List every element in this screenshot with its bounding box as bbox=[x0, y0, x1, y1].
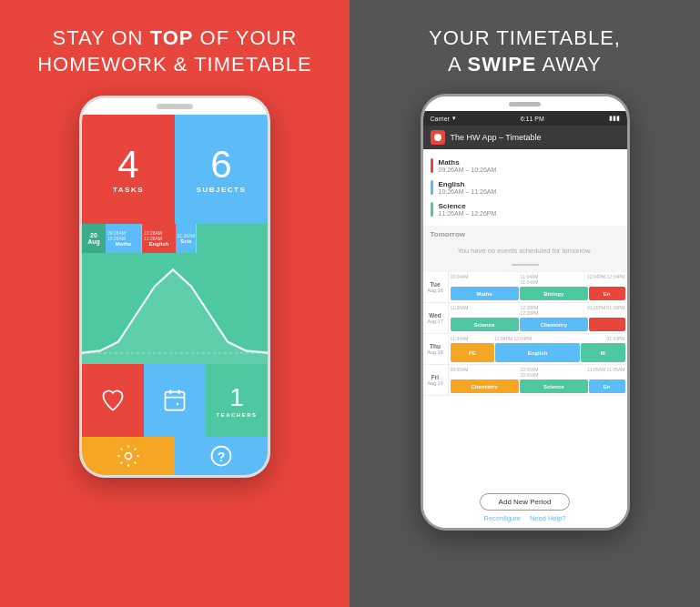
app-title: The HW App – Timetable bbox=[451, 133, 542, 142]
timetable-list: Maths 09:26AM – 10:26AM English 10:26AM … bbox=[423, 149, 627, 226]
tt-subject-english: English bbox=[439, 180, 620, 188]
tt-item-maths: Maths 09:26AM – 10:26AM bbox=[423, 155, 627, 177]
wifi-icon: ▾ bbox=[452, 115, 456, 122]
question-icon: ? bbox=[208, 443, 234, 469]
phone-screen-right: Carrier ▾ 6:11 PM ▮▮▮ The HW App – Timet… bbox=[423, 111, 627, 528]
class-biology-tue: Biology bbox=[520, 287, 588, 300]
svg-point-5 bbox=[126, 453, 132, 460]
week-slots-wed: 11:26AM 12:26PM 12:26PM 01:26PM 01:26PM … bbox=[449, 303, 627, 333]
week-slots-tue: 10:04AM 11:04AM 11:04AM 12:04PM 12:04PM … bbox=[449, 272, 627, 302]
tt-time-maths: 09:26AM – 10:26AM bbox=[439, 167, 620, 173]
week-day-wed: Wed Aug 17 bbox=[423, 303, 449, 333]
heart-tile bbox=[82, 364, 144, 437]
week-day-tue: Tue Aug 16 bbox=[423, 272, 449, 302]
week-times-wed: 11:26AM 12:26PM 12:26PM 01:26PM 01:26PM bbox=[451, 305, 625, 317]
timeline-maths: 09:26AM 10:26AM Maths bbox=[106, 224, 142, 253]
gear-tile bbox=[82, 437, 175, 475]
left-panel: STAY ON TOP OF YOUR HOMEWORK & TIMETABLE… bbox=[0, 0, 350, 607]
add-period-button[interactable]: Add New Period bbox=[480, 493, 571, 511]
class-en-tue: En bbox=[589, 287, 625, 300]
week-row-thu: Thu Aug 18 11:04AM 12:04PM 12:04PM 01:04… bbox=[423, 334, 627, 365]
week-classes-thu: PE English M bbox=[451, 343, 625, 362]
tt-subject-maths: Maths bbox=[439, 158, 620, 167]
timeline-date: 20 Aug bbox=[82, 224, 106, 253]
class-science-fri: Science bbox=[520, 379, 588, 393]
right-headline: YOUR TIMETABLE, A SWIPE AWAY bbox=[429, 25, 621, 77]
calendar-tile bbox=[144, 364, 206, 437]
bottom-icons-grid: 1 TEACHERS bbox=[82, 364, 268, 437]
class-m-thu: M bbox=[581, 343, 625, 362]
bottom-links: Reconfigure Need Help? bbox=[483, 514, 565, 522]
tt-time-english: 10:26AM – 11:26AM bbox=[439, 188, 620, 195]
week-slots-thu: 11:04AM 12:04PM 12:04PM 01:04PM PE Engli… bbox=[449, 334, 627, 364]
teachers-tile: 1 TEACHERS bbox=[206, 364, 268, 437]
carrier-text: Carrier bbox=[431, 116, 450, 122]
class-pe-thu: PE bbox=[451, 343, 495, 362]
calendar-icon bbox=[162, 388, 188, 413]
timeline-english: 10:26AM 11:26AM English bbox=[142, 224, 177, 253]
week-slots-fri: 09:05AM 10:05AM 10:05AM 11:05AM 11:05AM … bbox=[449, 365, 627, 395]
week-classes-wed: Science Chemistry bbox=[451, 318, 625, 331]
left-headline: STAY ON TOP OF YOUR HOMEWORK & TIMETABLE bbox=[37, 25, 312, 77]
phone-right: Carrier ▾ 6:11 PM ▮▮▮ The HW App – Timet… bbox=[421, 94, 630, 531]
class-maths-tue: Maths bbox=[451, 287, 519, 300]
tt-bar-maths bbox=[431, 158, 433, 173]
status-right: ▮▮▮ bbox=[609, 115, 620, 122]
battery-icon: ▮▮▮ bbox=[609, 115, 620, 122]
tomorrow-section: Tomorrow You have no events scheduled fo… bbox=[423, 226, 627, 272]
weekly-grid: Tue Aug 16 10:04AM 11:04AM 11:04AM 12:04… bbox=[423, 272, 627, 488]
week-day-thu: Thu Aug 18 bbox=[423, 334, 449, 364]
svg-rect-1 bbox=[166, 392, 185, 410]
week-times-thu: 11:04AM 12:04PM 12:04PM 01:04PM bbox=[451, 336, 625, 342]
tt-bar-english bbox=[431, 180, 433, 195]
status-left: Carrier ▾ bbox=[431, 115, 456, 122]
tt-content-english: English 10:26AM – 11:26AM bbox=[439, 180, 620, 195]
class-science-wed: Science bbox=[451, 318, 519, 331]
app-header: The HW App – Timetable bbox=[423, 126, 627, 149]
subjects-stat: 6 SUBJECTS bbox=[175, 115, 268, 224]
tomorrow-label: Tomorrow bbox=[431, 230, 620, 238]
chart-area bbox=[82, 253, 268, 364]
phone-bottom: Add New Period Reconfigure Need Help? bbox=[423, 488, 627, 528]
tt-subject-science: Science bbox=[439, 202, 620, 210]
tasks-number: 4 bbox=[117, 146, 138, 184]
phone-notch-left bbox=[82, 98, 268, 115]
tomorrow-line bbox=[512, 264, 539, 266]
class-chemistry-fri: Chemistry bbox=[451, 379, 519, 393]
week-row-fri: Fri Aug 19 09:05AM 10:05AM 10:05AM 11:05… bbox=[423, 365, 627, 396]
week-classes-fri: Chemistry Science En bbox=[451, 379, 625, 393]
need-help-link[interactable]: Need Help? bbox=[530, 514, 566, 522]
tt-content-maths: Maths 09:26AM – 10:26AM bbox=[439, 158, 620, 173]
tt-item-english: English 10:26AM – 11:26AM bbox=[423, 177, 627, 198]
heart-icon bbox=[100, 388, 126, 413]
question-tile: ? bbox=[175, 437, 268, 475]
week-times-tue: 10:04AM 11:04AM 11:04AM 12:04PM 12:04PM bbox=[451, 274, 625, 286]
gear-icon bbox=[116, 443, 141, 469]
class-extra-wed bbox=[589, 318, 625, 331]
reconfigure-link[interactable]: Reconfigure bbox=[483, 514, 520, 522]
phone-screen-left: 4 TASKS 6 SUBJECTS 20 Aug 09:26AM 10:26A… bbox=[82, 115, 268, 475]
right-panel: YOUR TIMETABLE, A SWIPE AWAY Carrier ▾ 6… bbox=[350, 0, 700, 607]
status-time: 6:11 PM bbox=[521, 116, 544, 122]
tasks-label: TASKS bbox=[113, 186, 144, 194]
svg-text:?: ? bbox=[218, 450, 226, 464]
timeline-science: 11:26AM Scie bbox=[177, 224, 197, 253]
tt-content-science: Science 11:26AM – 12:26PM bbox=[439, 202, 620, 217]
tomorrow-text: You have no events scheduled for tomorro… bbox=[431, 241, 620, 260]
phone-notch-right bbox=[423, 96, 627, 111]
subjects-label: SUBJECTS bbox=[197, 186, 247, 194]
tt-bar-science bbox=[431, 202, 433, 217]
tt-time-science: 11:26AM – 12:26PM bbox=[439, 210, 620, 217]
subjects-number: 6 bbox=[210, 146, 231, 184]
week-times-fri: 09:05AM 10:05AM 10:05AM 11:05AM 11:05AM bbox=[451, 367, 625, 379]
class-en-fri: En bbox=[589, 379, 625, 393]
phone-left: 4 TASKS 6 SUBJECTS 20 Aug 09:26AM 10:26A… bbox=[79, 96, 270, 478]
teachers-number: 1 bbox=[229, 383, 244, 412]
timeline-items: 09:26AM 10:26AM Maths 10:26AM 11:26AM En… bbox=[106, 224, 268, 253]
bottom-icons-grid2: ? bbox=[82, 437, 268, 475]
teachers-label: TEACHERS bbox=[216, 412, 257, 418]
week-classes-tue: Maths Biology En bbox=[451, 287, 625, 300]
week-day-fri: Fri Aug 19 bbox=[423, 365, 449, 395]
week-row-tue: Tue Aug 16 10:04AM 11:04AM 11:04AM 12:04… bbox=[423, 272, 627, 303]
stats-grid: 4 TASKS 6 SUBJECTS bbox=[82, 115, 268, 224]
